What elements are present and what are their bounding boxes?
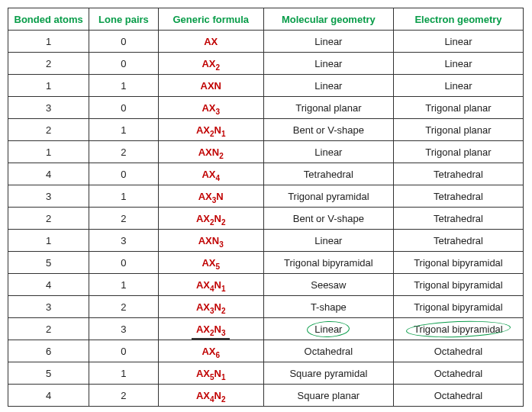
cell-electron-geometry: Tetrahedral [393, 208, 523, 230]
cell-lone-pairs: 2 [89, 208, 158, 230]
cell-bonded-atoms: 2 [8, 208, 89, 230]
table-row: 31AX3NTrigonal pyramidalTetrahedral [8, 185, 524, 208]
cell-bonded-atoms: 3 [8, 185, 89, 208]
electron-geometry-value: Trigonal bipyramidal [414, 323, 503, 335]
cell-molecular-geometry: Linear [263, 75, 393, 97]
table-row: 23AX2N3LinearTrigonal bipyramidal [8, 318, 524, 340]
cell-bonded-atoms: 1 [8, 141, 89, 163]
cell-generic-formula: AX5N1 [158, 362, 263, 385]
formula-value: AX4N1 [196, 279, 226, 291]
cell-bonded-atoms: 1 [8, 230, 89, 252]
cell-electron-geometry: Trigonal bipyramidal [393, 296, 523, 318]
cell-electron-geometry: Trigonal bipyramidal [393, 274, 523, 296]
cell-molecular-geometry: Trigonal pyramidal [263, 185, 393, 208]
cell-generic-formula: AX3N2 [158, 296, 263, 318]
cell-molecular-geometry: Linear [263, 31, 393, 53]
underline-annotation [192, 338, 230, 340]
cell-molecular-geometry: Tetrahedral [263, 163, 393, 185]
cell-electron-geometry: Trigonal bipyramidal [393, 252, 523, 274]
cell-electron-geometry: Octahedral [393, 362, 523, 385]
cell-molecular-geometry: Trigonal bipyramidal [263, 252, 393, 274]
cell-molecular-geometry: Linear [263, 318, 393, 340]
cell-molecular-geometry: Linear [263, 141, 393, 163]
table-row: 51AX5N1Square pyramidalOctahedral [8, 362, 524, 385]
cell-lone-pairs: 1 [89, 185, 158, 208]
formula-value: AX2N3 [196, 323, 226, 335]
cell-bonded-atoms: 2 [8, 119, 89, 141]
table-header-row: Bonded atoms Lone pairs Generic formula … [8, 8, 524, 31]
molecular-geometry-value: Linear [314, 323, 342, 335]
cell-electron-geometry: Octahedral [393, 385, 523, 407]
table-row: 20AX2LinearLinear [8, 53, 524, 75]
cell-lone-pairs: 0 [89, 53, 158, 75]
cell-molecular-geometry: T-shape [263, 296, 393, 318]
cell-molecular-geometry: Linear [263, 230, 393, 252]
cell-lone-pairs: 3 [89, 230, 158, 252]
cell-electron-geometry: Trigonal bipyramidal [393, 318, 523, 340]
table-row: 50AX5Trigonal bipyramidalTrigonal bipyra… [8, 252, 524, 274]
cell-molecular-geometry: Seesaw [263, 274, 393, 296]
table-row: 41AX4N1SeesawTrigonal bipyramidal [8, 274, 524, 296]
cell-generic-formula: AX4N1 [158, 274, 263, 296]
table-row: 30AX3Trigonal planarTrigonal planar [8, 97, 524, 119]
cell-lone-pairs: 1 [89, 362, 158, 385]
cell-molecular-geometry: Trigonal planar [263, 97, 393, 119]
cell-electron-geometry: Linear [393, 75, 523, 97]
header-electron-geometry: Electron geometry [393, 8, 523, 31]
cell-generic-formula: AX2 [158, 53, 263, 75]
cell-electron-geometry: Linear [393, 31, 523, 53]
table-row: 12AXN2LinearTrigonal planar [8, 141, 524, 163]
cell-generic-formula: AXN2 [158, 141, 263, 163]
cell-generic-formula: AXN3 [158, 230, 263, 252]
cell-electron-geometry: Trigonal planar [393, 119, 523, 141]
cell-lone-pairs: 1 [89, 75, 158, 97]
header-generic-formula: Generic formula [158, 8, 263, 31]
cell-generic-formula: AX3 [158, 97, 263, 119]
formula-value: AX4 [202, 169, 220, 180]
formula-value: AX5N1 [196, 368, 226, 379]
cell-lone-pairs: 0 [89, 97, 158, 119]
formula-value: AX4N2 [196, 390, 226, 401]
cell-electron-geometry: Octahedral [393, 340, 523, 362]
cell-bonded-atoms: 1 [8, 75, 89, 97]
formula-value: AX2N1 [196, 124, 226, 136]
cell-bonded-atoms: 6 [8, 340, 89, 362]
cell-molecular-geometry: Octahedral [263, 340, 393, 362]
table-row: 42AX4N2Square planarOctahedral [8, 385, 524, 407]
cell-lone-pairs: 0 [89, 340, 158, 362]
cell-molecular-geometry: Bent or V-shape [263, 119, 393, 141]
formula-value: AX3 [202, 102, 220, 114]
table-row: 22AX2N2Bent or V-shapeTetrahedral [8, 208, 524, 230]
cell-molecular-geometry: Linear [263, 53, 393, 75]
table-row: 11AXNLinearLinear [8, 75, 524, 97]
header-molecular-geometry: Molecular geometry [263, 8, 393, 31]
formula-value: AX3N [198, 191, 224, 202]
cell-generic-formula: AX [158, 31, 263, 53]
header-bonded-atoms: Bonded atoms [8, 8, 89, 31]
table-row: 10AXLinearLinear [8, 31, 524, 53]
formula-value: AXN2 [198, 146, 224, 158]
cell-molecular-geometry: Square planar [263, 385, 393, 407]
cell-bonded-atoms: 4 [8, 274, 89, 296]
cell-bonded-atoms: 1 [8, 31, 89, 53]
cell-electron-geometry: Tetrahedral [393, 230, 523, 252]
cell-generic-formula: AX4N2 [158, 385, 263, 407]
cell-electron-geometry: Tetrahedral [393, 185, 523, 208]
cell-lone-pairs: 0 [89, 163, 158, 185]
cell-bonded-atoms: 4 [8, 163, 89, 185]
cell-bonded-atoms: 3 [8, 97, 89, 119]
cell-generic-formula: AX2N2 [158, 208, 263, 230]
cell-generic-formula: AX2N1 [158, 119, 263, 141]
cell-bonded-atoms: 2 [8, 318, 89, 340]
table-row: 13AXN3LinearTetrahedral [8, 230, 524, 252]
formula-value: AX3N2 [196, 301, 226, 313]
cell-lone-pairs: 1 [89, 119, 158, 141]
header-lone-pairs: Lone pairs [89, 8, 158, 31]
cell-generic-formula: AX5 [158, 252, 263, 274]
formula-value: AX6 [202, 346, 220, 357]
formula-value: AX2 [202, 58, 220, 69]
cell-electron-geometry: Trigonal planar [393, 97, 523, 119]
formula-value: AX5 [202, 257, 220, 269]
cell-lone-pairs: 2 [89, 385, 158, 407]
cell-generic-formula: AX4 [158, 163, 263, 185]
